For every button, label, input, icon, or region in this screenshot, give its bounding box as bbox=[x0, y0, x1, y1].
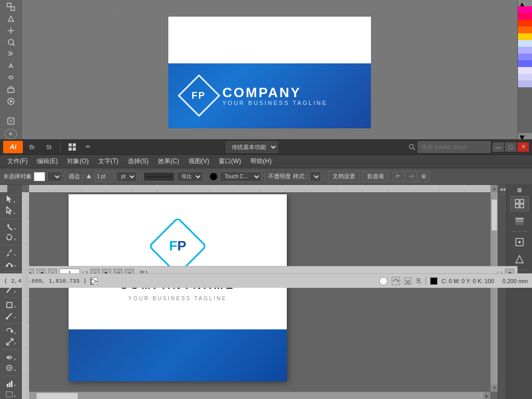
preferences-button[interactable]: 首选项 bbox=[362, 171, 389, 182]
canvas-vscroll[interactable]: ▲ ▼ bbox=[490, 185, 498, 392]
scale-tool[interactable]: ▾ bbox=[2, 337, 20, 347]
bridge-button[interactable]: Br bbox=[25, 141, 39, 153]
svg-rect-59 bbox=[515, 218, 524, 220]
minimize-button[interactable]: — bbox=[493, 142, 504, 152]
tool-top-5[interactable] bbox=[4, 49, 18, 59]
left-toolbar-top: + bbox=[0, 0, 22, 139]
fill-color-swatch[interactable] bbox=[34, 172, 45, 181]
fill-type-select[interactable]: □ bbox=[47, 171, 62, 182]
curvature-tool[interactable]: ▾ bbox=[2, 259, 20, 269]
select-tool[interactable]: ▾ bbox=[2, 193, 20, 205]
touch-color-select[interactable]: Touch C... bbox=[220, 171, 261, 182]
palette-color[interactable] bbox=[518, 74, 532, 81]
transform-panel-btn[interactable] bbox=[510, 234, 529, 250]
rotate-tool[interactable]: ▾ bbox=[2, 326, 20, 336]
menu-select[interactable]: 选择(S) bbox=[124, 156, 153, 167]
palette-color-lavender[interactable] bbox=[518, 47, 532, 54]
stroke-width-input[interactable] bbox=[95, 171, 114, 182]
layers-panel-btn[interactable] bbox=[510, 213, 529, 229]
palette-scroll-up[interactable]: ▲ bbox=[518, 0, 532, 6]
warp-tool[interactable]: ▾ bbox=[2, 352, 20, 362]
tool-top-1[interactable] bbox=[4, 2, 18, 12]
align-right-btn[interactable]: ⊣ bbox=[405, 171, 417, 182]
workspace-selector[interactable]: 传统基本功能 基本功能 排版规则 绘画 bbox=[226, 141, 278, 153]
stroke-unit-select[interactable]: pt bbox=[116, 171, 137, 182]
rectangle-tool[interactable]: ▾ bbox=[2, 300, 20, 310]
color-picker-icon[interactable] bbox=[379, 277, 388, 285]
menu-edit[interactable]: 编辑(E) bbox=[33, 156, 62, 167]
maximize-button[interactable]: □ bbox=[505, 142, 516, 152]
palette-color-orange[interactable] bbox=[518, 26, 532, 33]
app-bar-divider bbox=[60, 142, 61, 152]
palette-color[interactable] bbox=[518, 20, 532, 26]
stock-button[interactable]: St bbox=[42, 141, 56, 153]
palette-color-yellow[interactable] bbox=[518, 33, 532, 40]
stroke-style-preview[interactable] bbox=[143, 172, 175, 181]
card-blue-section bbox=[69, 329, 287, 381]
palette-color-paleviolet[interactable] bbox=[518, 67, 532, 74]
symbol-tool[interactable]: ▾ bbox=[2, 363, 20, 373]
right-panel-collapse[interactable]: ◀◀ bbox=[499, 187, 506, 192]
hscroll-thumb2[interactable] bbox=[36, 393, 78, 399]
palette-color[interactable] bbox=[518, 81, 532, 87]
svg-point-15 bbox=[7, 224, 9, 227]
coord-arrow-btn[interactable]: ▷ bbox=[90, 277, 98, 285]
tool-top-6[interactable] bbox=[4, 61, 18, 71]
align-panel-btn[interactable] bbox=[510, 196, 529, 211]
tool-top-8[interactable] bbox=[4, 85, 18, 95]
cmyk-label: C: 0 M: 0 Y: 0 K: 100 bbox=[442, 278, 494, 284]
hscroll-right-btn2[interactable]: ▶ bbox=[483, 392, 490, 399]
tool-top-3[interactable] bbox=[4, 25, 18, 35]
tool-top-9[interactable] bbox=[4, 96, 18, 106]
color-swatch[interactable] bbox=[430, 277, 437, 285]
tool-top-10[interactable] bbox=[4, 112, 18, 125]
menu-text[interactable]: 文字(T) bbox=[94, 156, 123, 167]
add-page-button[interactable]: + bbox=[5, 129, 17, 139]
document-canvas: FP COMPANYNAME YOUR BUSINESS TAGLINE bbox=[69, 194, 287, 381]
close-button[interactable]: ✕ bbox=[517, 142, 529, 152]
view-mode-button[interactable] bbox=[65, 141, 79, 153]
color-replace-icon[interactable] bbox=[392, 277, 400, 285]
pen-tool[interactable]: ▾ bbox=[2, 248, 20, 258]
style-select[interactable]: ■ bbox=[310, 171, 321, 182]
stroke-up-arrow[interactable] bbox=[85, 173, 92, 180]
svg-rect-23 bbox=[7, 384, 8, 387]
menu-object[interactable]: 对象(O) bbox=[63, 156, 92, 167]
magic-wand-tool[interactable]: ▾ bbox=[2, 222, 20, 232]
canvas-hscroll[interactable]: ◀ ▶ bbox=[22, 392, 490, 399]
menu-bar: 文件(F) 编辑(E) 对象(O) 文字(T) 选择(S) 效果(C) 视图(V… bbox=[0, 155, 532, 168]
appearance-panel-btn[interactable] bbox=[510, 251, 529, 267]
stroke-style-select[interactable]: 等比 bbox=[177, 171, 203, 182]
palette-color-lightblue[interactable] bbox=[518, 40, 532, 47]
doc-settings-button[interactable]: 文档设置 bbox=[328, 171, 360, 182]
paintbrush-tool[interactable]: ▾ bbox=[2, 311, 20, 321]
menu-window[interactable]: 窗口(W) bbox=[215, 156, 245, 167]
lasso-tool[interactable]: ▾ bbox=[2, 233, 20, 243]
menu-effect[interactable]: 效果(C) bbox=[154, 156, 183, 167]
menu-help[interactable]: 帮助(H) bbox=[246, 156, 276, 167]
adobe-stock-search[interactable] bbox=[418, 141, 490, 153]
palette-scroll-down[interactable]: ▼ bbox=[518, 133, 532, 139]
tool-top-4[interactable] bbox=[4, 37, 18, 47]
svg-point-16 bbox=[6, 265, 8, 267]
artboard-tool[interactable]: ▾ bbox=[2, 389, 20, 399]
menu-file[interactable]: 文件(F) bbox=[3, 156, 32, 167]
palette-color-pink[interactable] bbox=[518, 6, 532, 13]
tool-top-2[interactable] bbox=[4, 14, 18, 24]
vscroll-down-btn[interactable]: ▼ bbox=[491, 384, 498, 392]
pen-tool-btn[interactable]: ✏ bbox=[81, 141, 95, 153]
ruler-horizontal bbox=[29, 185, 490, 192]
graph-tool[interactable]: ▾ bbox=[2, 379, 20, 389]
palette-color[interactable] bbox=[518, 13, 532, 20]
palette-color-periwinkle[interactable] bbox=[518, 54, 532, 60]
menu-view[interactable]: 视图(V) bbox=[184, 156, 214, 167]
color-circle[interactable] bbox=[209, 172, 218, 181]
vscroll-up-btn[interactable]: ▲ bbox=[491, 185, 498, 192]
vscroll-thumb[interactable] bbox=[491, 200, 497, 231]
align-left-btn[interactable]: ⊢ bbox=[393, 171, 404, 182]
palette-color-violet[interactable] bbox=[518, 60, 532, 67]
direct-select-tool[interactable]: ▾ bbox=[2, 205, 20, 216]
distribute-btn[interactable]: ⊞ bbox=[418, 171, 429, 182]
tool-top-7[interactable] bbox=[4, 73, 18, 83]
stroke-x-icon[interactable] bbox=[404, 277, 411, 285]
